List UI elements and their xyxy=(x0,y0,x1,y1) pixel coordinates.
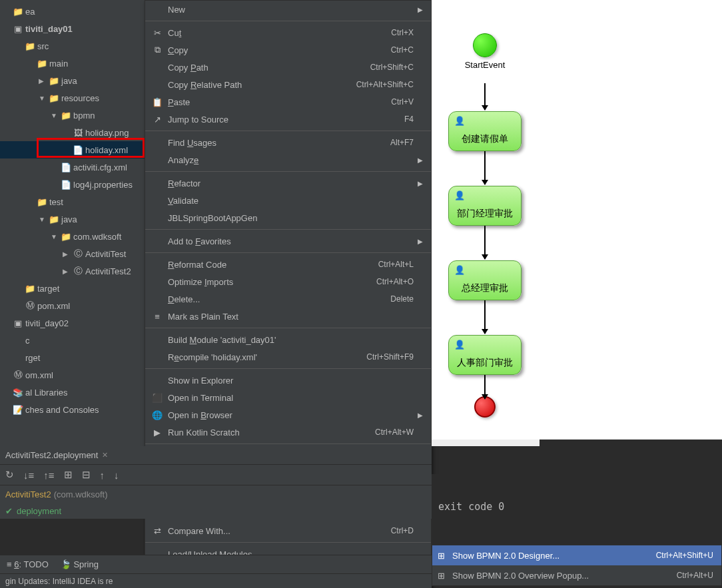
menu-item[interactable]: ▶Run Kotlin ScratchCtrl+Alt+W xyxy=(145,424,431,441)
expand-arrow-icon[interactable]: ▼ xyxy=(51,233,60,240)
menu-item[interactable]: Analyze▶ xyxy=(145,151,431,168)
menu-item[interactable]: Copy PathCtrl+Shift+C xyxy=(145,59,431,76)
menu-item[interactable]: ⧉CopyCtrl+C xyxy=(145,41,431,59)
menu-item[interactable]: Show in Explorer xyxy=(145,372,431,389)
prop-icon: 📄 xyxy=(60,180,72,190)
menu-item[interactable]: ⬛Open in Terminal xyxy=(145,389,431,406)
tree-item[interactable]: 📄holiday.xml xyxy=(0,141,145,158)
expand-arrow-icon[interactable]: ▼ xyxy=(39,216,48,223)
cut-icon: ✂ xyxy=(151,28,164,38)
menu-item[interactable]: Build Module 'activiti_day01' xyxy=(145,331,431,348)
todo-tab[interactable]: ≡ 6: 6: TODOTODO xyxy=(7,559,49,569)
tree-item[interactable]: 📁test xyxy=(0,193,145,210)
submenu-item[interactable]: ⊞Show BPMN 2.0 Overview Popup...Ctrl+Alt… xyxy=(432,565,721,585)
collapse-icon[interactable]: ⊟ xyxy=(82,469,91,481)
test-toolbar: ↻ ↓≡ ↑≡ ⊞ ⊟ ↑ ↓ xyxy=(0,465,432,485)
menu-item[interactable]: Refactor▶ xyxy=(145,174,431,192)
tree-item[interactable]: ▼📁java xyxy=(0,210,145,228)
tree-item[interactable]: ▶ⒸActivitiTest xyxy=(0,245,145,262)
tree-item[interactable]: 📄log4j.properties xyxy=(0,176,145,193)
menu-item[interactable]: ⇄Compare With...Ctrl+D xyxy=(145,522,431,539)
tree-item[interactable]: 📁main xyxy=(0,55,145,72)
submenu-item[interactable]: ⊞Show BPMN 2.0 Designer...Ctrl+Alt+Shift… xyxy=(432,545,721,565)
menu-item[interactable]: ≡Mark as Plain Text xyxy=(145,308,431,325)
menu-item[interactable]: Find UsagesAlt+F7 xyxy=(145,134,431,151)
expand-icon[interactable]: ⊞ xyxy=(64,469,73,481)
tree-item[interactable]: 📁src xyxy=(0,37,145,55)
tree-item-label: om.xml xyxy=(25,370,53,380)
submenu-arrow-icon: ▶ xyxy=(416,412,423,419)
tree-item[interactable]: Ⓜom.xml xyxy=(0,366,145,384)
tree-item-label: holiday.xml xyxy=(85,145,128,155)
menu-item[interactable]: ↗Jump to SourceF4 xyxy=(145,111,431,128)
menu-item-label: Show in Explorer xyxy=(164,376,414,386)
menu-item[interactable]: Reformat CodeCtrl+Alt+L xyxy=(145,256,431,273)
expand-arrow-icon[interactable]: ▶ xyxy=(63,250,72,258)
tree-item[interactable]: c xyxy=(0,332,145,349)
expand-arrow-icon[interactable]: ▼ xyxy=(39,95,48,102)
tree-item-label: activiti.cfg.xml xyxy=(73,162,127,172)
menu-item[interactable]: 📋PasteCtrl+V xyxy=(145,93,431,111)
tree-item[interactable]: Ⓜpom.xml xyxy=(0,297,145,314)
menu-item[interactable]: New▶ xyxy=(145,1,431,18)
tree-item[interactable]: rget xyxy=(0,349,145,366)
menu-item[interactable]: Add to Favorites▶ xyxy=(145,232,431,250)
menu-item[interactable]: ✂CutCtrl+X xyxy=(145,24,431,41)
task-node-1[interactable]: 👤 部门经理审批 xyxy=(448,186,522,226)
tree-item[interactable]: ▼📁bpmn xyxy=(0,107,145,124)
tree-item[interactable]: ▼📁resources xyxy=(0,89,145,107)
menu-shortcut: Ctrl+Shift+C xyxy=(370,63,414,72)
tree-item-label: java xyxy=(61,214,77,224)
menu-item[interactable]: Delete...Delete xyxy=(145,290,431,308)
menu-item[interactable]: Optimize ImportsCtrl+Alt+O xyxy=(145,273,431,290)
run-config-tab[interactable]: ActivitiTest2.deployment ✕ xyxy=(0,446,432,465)
tree-item[interactable]: ▶ⒸActivitiTest2 xyxy=(0,262,145,280)
start-event-node[interactable] xyxy=(473,33,497,57)
task-node-2[interactable]: 👤 总经理审批 xyxy=(448,260,522,300)
menu-item[interactable]: 🌐Open in Browser▶ xyxy=(145,406,431,424)
bpmn-icon: ⊞ xyxy=(438,571,452,581)
folder-icon: 📁 xyxy=(60,232,72,242)
run-config-tab-label: ActivitiTest2.deployment xyxy=(5,450,98,460)
sort-icon[interactable]: ↓≡ xyxy=(23,469,34,481)
menu-item-label: Build Module 'activiti_day01' xyxy=(164,335,414,345)
menu-item[interactable]: JBLSpringBootAppGen xyxy=(145,209,431,226)
menu-separator xyxy=(145,328,431,328)
tree-item-label: tiviti_day01 xyxy=(25,24,73,34)
spring-tab[interactable]: 🍃 Spring xyxy=(61,559,99,569)
expand-arrow-icon[interactable]: ▶ xyxy=(63,268,72,275)
tree-item[interactable]: ▼📁com.wdksoft xyxy=(0,228,145,245)
img-icon: 🖼 xyxy=(72,128,84,138)
tree-item[interactable]: 📁target xyxy=(0,280,145,297)
folder-icon: 📁 xyxy=(60,111,72,121)
expand-arrow-icon[interactable]: ▶ xyxy=(39,77,48,85)
task-node-0[interactable]: 👤 创建请假单 xyxy=(448,111,522,151)
tree-item[interactable]: 📚al Libraries xyxy=(0,384,145,401)
task-node-3[interactable]: 👤 人事部门审批 xyxy=(448,335,522,375)
menu-separator xyxy=(145,21,431,21)
close-icon[interactable]: ✕ xyxy=(102,451,108,459)
folder-res-icon: 📁 xyxy=(48,93,60,103)
tree-item[interactable]: 🖼holiday.png xyxy=(0,124,145,141)
next-icon[interactable]: ↓ xyxy=(114,469,119,481)
tree-item[interactable]: 📝ches and Consoles xyxy=(0,401,145,418)
task-label: 部门经理审批 xyxy=(449,208,521,220)
menu-separator xyxy=(145,131,431,131)
rerun-icon[interactable]: ↻ xyxy=(5,469,14,481)
menu-item[interactable]: Validate xyxy=(145,192,431,209)
diagrams-submenu: ⊞Show BPMN 2.0 Designer...Ctrl+Alt+Shift… xyxy=(432,545,722,586)
tree-item[interactable]: 📄activiti.cfg.xml xyxy=(0,158,145,176)
tree-item[interactable]: 📁ea xyxy=(0,3,145,20)
test-method-row[interactable]: ✔ deployment xyxy=(0,503,432,519)
menu-item[interactable]: Recompile 'holiday.xml'Ctrl+Shift+F9 xyxy=(145,348,431,366)
expand-arrow-icon[interactable]: ▼ xyxy=(51,112,60,119)
menu-shortcut: Delete xyxy=(390,294,414,304)
prev-icon[interactable]: ↑ xyxy=(100,469,105,481)
menu-item[interactable]: Copy Relative PathCtrl+Alt+Shift+C xyxy=(145,76,431,93)
test-class-row[interactable]: ActivitiTest2 (com.wdksoft) xyxy=(0,485,432,503)
tree-item[interactable]: ▣tiviti_day01 xyxy=(0,20,145,37)
tree-item[interactable]: ▶📁java xyxy=(0,72,145,89)
menu-separator xyxy=(145,443,431,444)
tree-item[interactable]: ▣tiviti_day02 xyxy=(0,314,145,332)
sort-icon-2[interactable]: ↑≡ xyxy=(43,469,54,481)
